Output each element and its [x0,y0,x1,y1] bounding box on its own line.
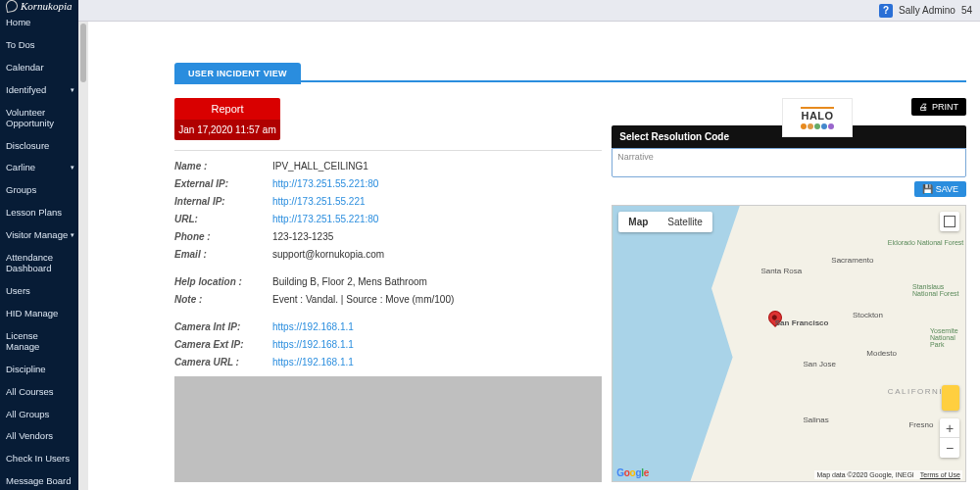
sidebar-item-groups[interactable]: Groups [0,179,78,202]
sidebar-item-disclosure[interactable]: Disclosure [0,135,78,158]
detail-label: Name : [174,161,272,172]
map-tab-satellite[interactable]: Satellite [658,212,712,232]
halo-dots-icon [801,123,834,129]
zoom-out-button[interactable]: − [940,438,959,458]
chevron-down-icon: ▾ [71,86,74,94]
save-label: SAVE [936,184,958,194]
topbar-tail: 54 [961,5,972,16]
save-icon: 💾 [922,184,933,194]
sidebar-nav: HomeTo DosCalendarIdentifyed▾Volunteer O… [0,12,78,490]
detail-row: Phone :123-123-1235 [174,227,602,245]
detail-link[interactable]: http://173.251.55.221:80 [272,214,378,224]
detail-label: Camera Ext IP: [174,339,272,350]
report-title: Report [174,98,280,120]
detail-value: Building B, Floor 2, Mens Bathroom [272,276,427,287]
sidebar-item-lesson-plans[interactable]: Lesson Plans [0,202,78,224]
map-label: Eldorado National Forest [888,239,963,246]
detail-label: Note : [174,294,272,305]
map-water [612,206,754,481]
detail-label: Phone : [174,231,272,242]
detail-value: support@kornukopia.com [272,249,384,260]
left-column: Report Jan 17,2020 11:57 am Name :IPV_HA… [174,98,602,482]
detail-link[interactable]: https://192.168.1.1 [272,339,354,350]
sidebar-item-discipline[interactable]: Discipline [0,359,78,381]
detail-row: Note :Event : Vandal. | Source : Move (m… [174,290,602,308]
map-label: San Jose [804,360,836,368]
fullscreen-icon[interactable] [940,212,959,231]
map-label: Modesto [866,349,897,358]
detail-link[interactable]: http://173.251.55.221:80 [272,178,378,189]
detail-row: Internal IP:http://173.251.55.221 [174,192,602,210]
sidebar-item-to-dos[interactable]: To Dos [0,34,78,57]
detail-row: Camera URL :https://192.168.1.1 [174,353,602,370]
print-icon: 🖨 [919,102,928,112]
detail-row: Name :IPV_HALL_CEILING1 [174,157,602,174]
detail-label: Email : [174,249,272,260]
detail-label: Help location : [174,276,272,287]
topbar-user[interactable]: Sally Admino [899,5,956,16]
streetview-pegman-icon[interactable] [942,385,959,411]
sidebar-item-attendance-dashboard[interactable]: Attendance Dashboard [0,247,78,280]
detail-row: Camera Ext IP:https://192.168.1.1 [174,335,602,353]
detail-value: 123-123-1235 [272,231,333,242]
content: USER INCIDENT VIEW Report Jan 17,2020 11… [78,22,980,490]
brand-logo: Kornukopia [0,0,78,12]
print-button[interactable]: 🖨 PRINT [911,98,966,116]
sidebar-item-home[interactable]: Home [0,12,78,34]
detail-label: External IP: [174,178,272,189]
sidebar-item-message-board[interactable]: Message Board [0,470,78,490]
map-label: Fresno [908,420,933,429]
scrollbar-left[interactable] [78,22,88,490]
sidebar-item-hid-manage[interactable]: HID Manage [0,303,78,325]
sidebar-item-visitor-manage[interactable]: Visitor Manage▾ [0,224,78,247]
brand-text: Kornukopia [21,0,73,12]
map-view[interactable]: Map Satellite SacramentoSanta RosaSan Fr… [612,205,966,482]
help-icon[interactable]: ? [879,4,893,18]
sidebar-item-all-groups[interactable]: All Groups [0,404,78,426]
report-date: Jan 17,2020 11:57 am [174,120,280,140]
sidebar-item-all-courses[interactable]: All Courses [0,381,78,404]
tab-underline [174,80,966,82]
map-label: Stockton [853,311,883,319]
detail-label: Camera Int IP: [174,321,272,332]
sidebar-item-calendar[interactable]: Calendar [0,57,78,79]
sidebar-item-carline[interactable]: Carline▾ [0,157,78,179]
map-label: Salinas [804,416,829,424]
sidebar-item-identifyed[interactable]: Identifyed▾ [0,79,78,102]
map-label: Yosemite National Park [930,327,965,348]
map-type-toggle: Map Satellite [618,212,712,232]
map-attrib-text: Map data ©2020 Google, INEGI [816,471,913,478]
chevron-down-icon: ▾ [71,164,74,172]
report-header: Report Jan 17,2020 11:57 am [174,98,280,140]
terms-of-use-link[interactable]: Terms of Use [920,471,960,478]
sidebar-item-license-manage[interactable]: License Manage [0,325,78,359]
zoom-in-button[interactable]: + [940,418,959,438]
sidebar-item-all-vendors[interactable]: All Vendors [0,425,78,448]
save-button[interactable]: 💾 SAVE [914,181,966,197]
detail-row: Email :support@kornukopia.com [174,245,602,263]
map-attribution: Map data ©2020 Google, INEGI Terms of Us… [814,470,962,479]
detail-label: Camera URL : [174,357,272,368]
map-label: Santa Rosa [760,267,802,275]
detail-value: Event : Vandal. | Source : Move (mm/100) [272,294,454,305]
sidebar: Kornukopia HomeTo DosCalendarIdentifyed▾… [0,0,78,490]
chevron-down-icon: ▾ [71,231,74,239]
detail-row: URL:http://173.251.55.221:80 [174,210,602,227]
topbar: ? Sally Admino 54 [78,0,980,22]
detail-link[interactable]: https://192.168.1.1 [272,321,354,332]
sidebar-item-volunteer-opportunity[interactable]: Volunteer Opportunity [0,102,78,135]
detail-label: Internal IP: [174,196,272,207]
halo-logo-text: HALO [801,107,833,122]
print-label: PRINT [932,102,958,112]
narrative-input[interactable]: Narrative [612,148,966,177]
detail-link[interactable]: http://173.251.55.221 [272,196,366,207]
map-label: Sacramento [831,256,873,265]
sidebar-item-check-in-users[interactable]: Check In Users [0,448,78,470]
google-logo: Google [616,467,649,478]
right-column: HALO 🖨 PRINT Select Resolution Code Narr… [612,98,966,482]
zoom-control: + − [940,418,959,458]
detail-link[interactable]: https://192.168.1.1 [272,357,354,368]
map-tab-map[interactable]: Map [618,212,658,232]
map-label: Stanislaus National Forest [912,283,965,297]
sidebar-item-users[interactable]: Users [0,280,78,303]
